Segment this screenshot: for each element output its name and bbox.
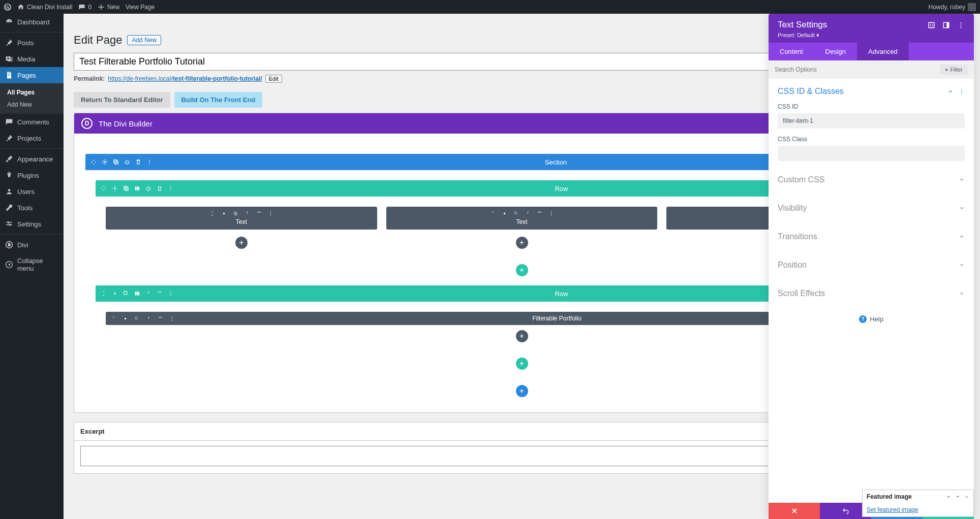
- admin-view-page[interactable]: View Page: [126, 4, 155, 11]
- add-new-button[interactable]: Add New: [127, 35, 161, 45]
- users-icon: [5, 187, 13, 196]
- tab-design[interactable]: Design: [814, 43, 857, 60]
- section-position[interactable]: Position: [778, 261, 965, 270]
- move-icon[interactable]: [90, 159, 97, 165]
- gear-icon[interactable]: [122, 316, 128, 321]
- module-text[interactable]: Text: [386, 207, 658, 230]
- svg-point-56: [960, 24, 961, 25]
- gear-icon[interactable]: [221, 211, 227, 216]
- sidebar-item-tools[interactable]: Tools: [0, 200, 64, 216]
- admin-howdy[interactable]: Howdy, robey: [929, 3, 976, 11]
- settings-search-input[interactable]: [775, 66, 936, 73]
- trash-icon[interactable]: [157, 185, 163, 191]
- columns-icon[interactable]: [134, 290, 140, 297]
- more-icon[interactable]: [168, 185, 174, 191]
- power-icon[interactable]: [525, 211, 531, 216]
- svg-point-27: [270, 213, 271, 214]
- move-icon[interactable]: [490, 211, 496, 216]
- css-class-input[interactable]: [778, 146, 965, 161]
- section-visibility[interactable]: Visibility: [778, 204, 965, 213]
- sidebar-item-projects[interactable]: Projects: [0, 130, 64, 146]
- more-icon[interactable]: [169, 316, 175, 321]
- expand-icon[interactable]: [928, 21, 935, 29]
- dashboard-icon: [5, 18, 13, 26]
- move-icon[interactable]: [101, 290, 107, 297]
- trash-icon[interactable]: [158, 316, 163, 321]
- tab-advanced[interactable]: Advanced: [857, 43, 909, 60]
- add-module-button[interactable]: +: [516, 330, 528, 342]
- sidebar-item-pages[interactable]: Pages: [0, 67, 64, 83]
- divi-logo-icon: D: [81, 118, 93, 129]
- sidebar-item-collapse[interactable]: Collapse menu: [0, 253, 64, 276]
- more-icon[interactable]: [268, 211, 273, 216]
- return-standard-button[interactable]: Return To Standard Editor: [74, 92, 170, 108]
- build-frontend-button[interactable]: Build On The Front End: [174, 92, 263, 108]
- move-icon[interactable]: [209, 211, 215, 216]
- site-name-link[interactable]: Clean Divi Install: [17, 4, 72, 11]
- svg-point-8: [104, 161, 106, 163]
- trash-icon[interactable]: [256, 211, 262, 216]
- duplicate-icon[interactable]: [233, 211, 238, 216]
- add-row-button[interactable]: +: [516, 264, 528, 276]
- sidebar-item-comments[interactable]: Comments: [0, 114, 64, 130]
- section-transitions[interactable]: Transitions: [778, 232, 965, 241]
- more-icon[interactable]: [959, 88, 965, 94]
- duplicate-icon[interactable]: [123, 290, 129, 297]
- sidebar-item-users[interactable]: Users: [0, 183, 64, 200]
- more-icon[interactable]: [548, 211, 554, 216]
- trash-icon[interactable]: [157, 290, 163, 297]
- admin-comments[interactable]: 0: [78, 4, 91, 11]
- power-icon[interactable]: [145, 185, 151, 191]
- duplicate-icon[interactable]: [123, 185, 129, 191]
- duplicate-icon[interactable]: [513, 211, 519, 216]
- permalink-slug-link[interactable]: test-filterable-portfolio-tutorial/: [173, 75, 262, 82]
- help-link[interactable]: ? Help: [778, 305, 965, 333]
- add-module-button[interactable]: +: [235, 237, 248, 249]
- sidebar-item-media[interactable]: Media: [0, 51, 64, 67]
- section-custom-css[interactable]: Custom CSS: [778, 175, 965, 184]
- gear-icon[interactable]: [112, 290, 118, 297]
- submenu-add-new[interactable]: Add New: [0, 99, 64, 111]
- more-icon[interactable]: [957, 21, 965, 29]
- wordpress-logo[interactable]: [4, 4, 11, 11]
- move-icon[interactable]: [111, 316, 116, 321]
- columns-icon[interactable]: [134, 185, 140, 191]
- power-icon[interactable]: [146, 316, 151, 321]
- sidebar-item-dashboard[interactable]: Dashboard: [0, 14, 64, 30]
- duplicate-icon[interactable]: [134, 316, 140, 321]
- move-icon[interactable]: [101, 185, 107, 191]
- settings-filter-button[interactable]: +Filter: [940, 64, 968, 75]
- section-scroll-effects[interactable]: Scroll Effects: [778, 289, 965, 298]
- power-icon[interactable]: [244, 211, 250, 216]
- sidebar-item-plugins[interactable]: Plugins: [0, 167, 64, 183]
- svg-point-39: [114, 293, 116, 295]
- add-module-button[interactable]: +: [516, 237, 528, 249]
- submenu-all-pages[interactable]: All Pages: [0, 86, 64, 99]
- tab-content[interactable]: Content: [769, 43, 814, 60]
- gear-icon[interactable]: [102, 159, 108, 165]
- gear-icon[interactable]: [112, 185, 118, 191]
- more-icon[interactable]: [146, 159, 152, 165]
- section-css-id-classes[interactable]: CSS ID & Classes: [778, 87, 965, 96]
- module-text[interactable]: Text: [106, 207, 377, 230]
- sidebar-item-settings[interactable]: Settings: [0, 216, 64, 232]
- css-id-input[interactable]: [778, 113, 965, 128]
- sidebar-item-posts[interactable]: Posts: [0, 35, 64, 51]
- add-row-button[interactable]: +: [516, 358, 528, 370]
- permalink-base-link[interactable]: https://de-freebies.local/: [108, 75, 172, 82]
- power-icon[interactable]: [124, 159, 130, 165]
- duplicate-icon[interactable]: [113, 159, 119, 165]
- sidebar-item-appearance[interactable]: Appearance: [0, 151, 64, 167]
- more-icon[interactable]: [168, 290, 174, 297]
- trash-icon[interactable]: [135, 159, 141, 165]
- preset-label[interactable]: Preset: Default ▾: [778, 30, 965, 43]
- add-section-button[interactable]: +: [516, 385, 528, 397]
- svg-rect-43: [138, 291, 139, 295]
- snap-icon[interactable]: [942, 21, 950, 29]
- admin-new[interactable]: New: [98, 4, 119, 11]
- edit-slug-button[interactable]: Edit: [265, 75, 282, 83]
- trash-icon[interactable]: [537, 211, 542, 216]
- power-icon[interactable]: [145, 290, 151, 297]
- sidebar-item-divi[interactable]: Divi: [0, 237, 64, 253]
- gear-icon[interactable]: [502, 211, 507, 216]
